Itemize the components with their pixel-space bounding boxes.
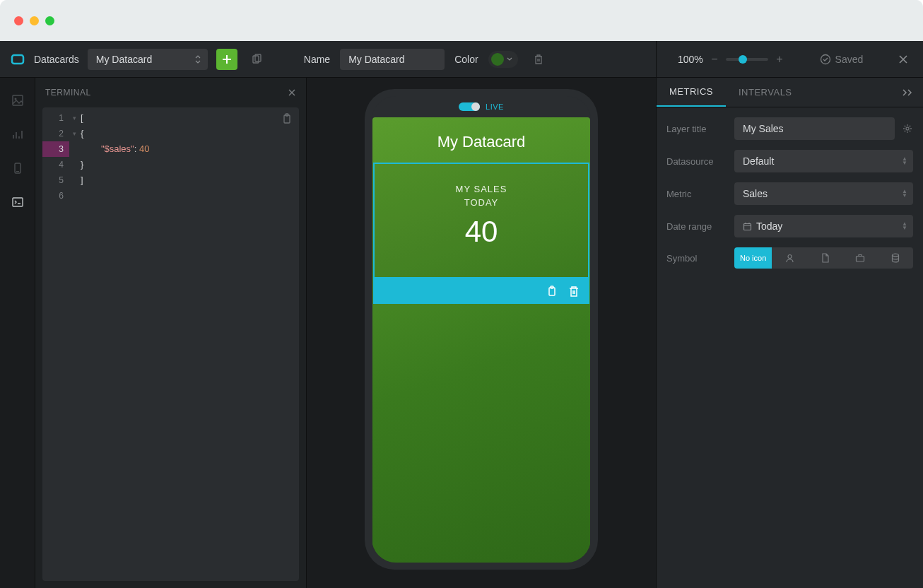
datasource-select[interactable]: Default ▲▼ (734, 150, 913, 172)
color-label: Color (454, 54, 478, 65)
svg-rect-7 (16, 171, 19, 172)
date-range-select[interactable]: Today ▲▼ (734, 215, 913, 237)
code-editor[interactable]: 1 2 3 4 5 6 ▾▾ [ { "$sales": 40 (42, 107, 299, 581)
chevron-updown-icon: ▲▼ (902, 222, 907, 230)
svg-rect-16 (857, 257, 864, 262)
metric-field-label: Metric (666, 189, 727, 199)
datacard-selected: My Datacard (96, 54, 152, 65)
svg-point-3 (821, 54, 830, 64)
symbol-person-button[interactable] (772, 247, 807, 269)
slider-thumb[interactable] (739, 55, 747, 64)
panel-tabs: METRICS INTERVALS (657, 78, 923, 107)
layer-title-label: Layer title (666, 124, 727, 134)
card-title: My Datacard (372, 117, 590, 163)
duplicate-button[interactable] (246, 49, 267, 70)
chevron-updown-icon: ▲▼ (902, 189, 907, 198)
metric-label: MY SALES (456, 184, 507, 194)
chevron-updown-icon (195, 55, 201, 64)
symbol-briefcase-button[interactable] (842, 247, 878, 269)
chevron-updown-icon: ▲▼ (902, 157, 907, 165)
collapse-panel-button[interactable] (902, 88, 913, 97)
rail-item-image[interactable] (4, 86, 31, 114)
maximize-window[interactable] (45, 16, 54, 25)
svg-rect-4 (13, 95, 23, 105)
line-gutter: 1 2 3 4 5 6 (42, 110, 69, 204)
name-input[interactable] (340, 49, 445, 70)
terminal-header-label: TERMINAL (45, 88, 91, 98)
symbol-document-button[interactable] (807, 247, 842, 269)
minimize-window[interactable] (30, 16, 39, 25)
name-label: Name (304, 54, 330, 65)
fold-gutter: ▾▾ (69, 110, 79, 141)
delete-card-button[interactable] (568, 285, 580, 298)
live-label: LIVE (486, 102, 504, 111)
metric-select[interactable]: Sales ▲▼ (734, 182, 913, 205)
color-swatch (491, 53, 504, 66)
check-circle-icon (820, 54, 831, 65)
datacards-label: Datacards (34, 54, 79, 65)
svg-rect-8 (13, 198, 23, 206)
svg-rect-14 (744, 223, 751, 230)
zoom-slider[interactable] (726, 58, 768, 61)
delete-datacard-button[interactable] (528, 49, 549, 70)
zoom-in-button[interactable]: + (774, 53, 785, 66)
rail-item-device[interactable] (4, 154, 31, 182)
datasource-label: Datasource (666, 156, 727, 167)
close-terminal-button[interactable] (288, 88, 296, 97)
add-datacard-button[interactable] (216, 49, 237, 70)
copy-code-button[interactable] (282, 113, 292, 124)
zoom-controls: 100% − + (678, 53, 785, 66)
tab-metrics[interactable]: METRICS (657, 78, 726, 107)
preview-canvas: LIVE My Datacard MY SALES TODAY 40 (307, 78, 656, 588)
color-picker[interactable] (488, 51, 518, 68)
code-content: [ { "$sales": 40 } ] (81, 110, 292, 188)
card-action-bar (373, 278, 589, 304)
svg-point-5 (14, 98, 16, 100)
phone-status-bar: LIVE (372, 96, 591, 117)
symbol-database-button[interactable] (878, 247, 913, 269)
svg-point-17 (893, 254, 899, 257)
symbol-selector: No icon (734, 247, 913, 269)
metric-sublabel: TODAY (464, 197, 499, 208)
close-window[interactable] (14, 16, 23, 25)
app-toolbar: Datacards My Datacard Name Color (0, 41, 923, 78)
duplicate-card-button[interactable] (547, 285, 558, 298)
left-rail (0, 78, 35, 588)
date-range-label: Date range (666, 221, 727, 232)
rail-item-terminal[interactable] (4, 188, 31, 216)
live-toggle[interactable] (459, 102, 480, 111)
symbol-noicon-button[interactable]: No icon (734, 247, 772, 269)
tab-intervals[interactable]: INTERVALS (726, 78, 805, 107)
rail-item-chart[interactable] (4, 120, 31, 148)
close-panel-button[interactable] (898, 54, 909, 65)
svg-point-13 (906, 127, 909, 130)
saved-label: Saved (835, 54, 864, 65)
zoom-percentage: 100% (678, 54, 703, 65)
datacard-selector[interactable]: My Datacard (88, 49, 208, 70)
properties-panel: METRICS INTERVALS Layer title Datasource (656, 78, 923, 588)
symbol-label: Symbol (666, 253, 727, 264)
saved-indicator: Saved (820, 54, 864, 65)
svg-rect-0 (12, 55, 23, 64)
mac-titlebar (0, 0, 923, 41)
metric-card[interactable]: MY SALES TODAY 40 (373, 163, 589, 278)
chevron-down-icon (507, 57, 512, 61)
app-logo (10, 52, 25, 67)
terminal-pane: TERMINAL 1 2 3 4 5 6 ▾▾ (35, 78, 307, 588)
layer-settings-button[interactable] (902, 123, 913, 134)
zoom-out-button[interactable]: − (709, 53, 720, 66)
phone-frame: LIVE My Datacard MY SALES TODAY 40 (365, 89, 598, 570)
calendar-icon (743, 222, 752, 231)
svg-point-15 (788, 254, 792, 258)
layer-title-input[interactable] (734, 117, 895, 140)
datacard-preview: My Datacard MY SALES TODAY 40 (372, 117, 590, 563)
metric-value: 40 (465, 215, 498, 249)
